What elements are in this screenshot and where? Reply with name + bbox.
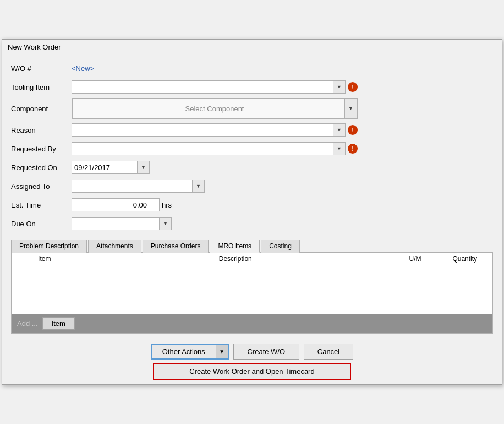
table-row	[12, 265, 492, 278]
est-time-label: Est. Time	[11, 201, 72, 209]
est-time-unit: hrs	[162, 201, 172, 209]
table-footer: Add ... Item	[12, 314, 492, 333]
requested-by-select-wrap: ▼	[72, 142, 346, 155]
component-placeholder: Select Component	[185, 105, 244, 113]
tab-attachments[interactable]: Attachments	[88, 240, 141, 253]
assigned-to-dropdown-btn[interactable]: ▼	[193, 180, 205, 193]
footer-buttons-row: Other Actions ▼ Create W/O Cancel	[11, 344, 493, 360]
dialog-body: W/O # <New> Tooling Item ▼ ! Component S…	[2, 55, 502, 339]
other-actions-dropdown-btn[interactable]: ▼	[216, 344, 229, 360]
requested-on-row: Requested On ▼	[11, 160, 493, 175]
due-on-dropdown-btn[interactable]: ▼	[160, 217, 172, 230]
component-dropdown-arrow: ▼	[344, 99, 357, 118]
assigned-to-label: Assigned To	[11, 182, 72, 191]
due-on-label: Due On	[11, 220, 72, 228]
col-item: Item	[12, 253, 78, 265]
requested-on-wrap: ▼	[72, 161, 150, 174]
tab-costing[interactable]: Costing	[261, 240, 300, 253]
select-component-button[interactable]: Select Component ▼	[72, 98, 358, 119]
due-on-row: Due On ▼	[11, 216, 493, 231]
mro-items-table-body	[12, 265, 492, 314]
component-wrap: Select Component ▼	[72, 98, 358, 119]
requested-by-row: Requested By ▼ !	[11, 141, 493, 156]
est-time-wrap: hrs	[72, 198, 172, 211]
tooling-item-required-icon: !	[348, 82, 358, 92]
reason-label: Reason	[11, 126, 72, 134]
table-row	[12, 278, 492, 290]
assigned-to-input[interactable]	[72, 180, 193, 193]
tab-purchase-orders[interactable]: Purchase Orders	[143, 240, 209, 253]
reason-input[interactable]	[72, 123, 333, 137]
table-row	[12, 302, 492, 314]
wo-value: <New>	[72, 64, 94, 73]
tooling-item-dropdown-btn[interactable]: ▼	[333, 80, 346, 94]
reason-dropdown-btn[interactable]: ▼	[333, 123, 346, 137]
requested-by-wrap: ▼ !	[72, 142, 358, 155]
requested-on-label: Requested On	[11, 164, 72, 172]
add-item-button[interactable]: Item	[42, 317, 75, 330]
reason-select-wrap: ▼	[72, 123, 346, 137]
dialog-title: New Work Order	[2, 40, 502, 55]
mro-items-table: Item Description U/M Quantity	[12, 253, 492, 314]
due-on-wrap: ▼	[72, 217, 172, 230]
tabs-container: Problem Description Attachments Purchase…	[11, 239, 493, 334]
tab-content-mro-items: Item Description U/M Quantity Ad	[11, 253, 493, 334]
dialog-footer: Other Actions ▼ Create W/O Cancel Create…	[2, 339, 502, 384]
reason-required-icon: !	[348, 125, 358, 135]
tooling-item-wrap: ▼ !	[72, 80, 358, 94]
component-row: Component Select Component ▼	[11, 98, 493, 119]
add-label: Add ...	[17, 319, 38, 328]
create-timecard-button[interactable]: Create Work Order and Open Timecard	[153, 363, 351, 380]
requested-by-input[interactable]	[72, 142, 333, 155]
est-time-input[interactable]	[72, 198, 160, 211]
reason-row: Reason ▼ !	[11, 122, 493, 138]
assigned-to-row: Assigned To ▼	[11, 178, 493, 194]
cancel-button[interactable]: Cancel	[304, 344, 353, 360]
requested-by-label: Requested By	[11, 145, 72, 153]
est-time-row: Est. Time hrs	[11, 197, 493, 213]
assigned-to-wrap: ▼	[72, 180, 205, 193]
wo-number-row: W/O # <New>	[11, 61, 493, 76]
col-quantity: Quantity	[437, 253, 492, 265]
tab-problem-description[interactable]: Problem Description	[11, 240, 87, 253]
new-work-order-dialog: New Work Order W/O # <New> Tooling Item …	[2, 39, 502, 385]
tooling-item-input[interactable]	[72, 80, 333, 94]
component-label: Component	[11, 105, 72, 113]
create-wo-button[interactable]: Create W/O	[233, 344, 299, 360]
due-on-input[interactable]	[72, 217, 160, 230]
requested-on-input[interactable]	[72, 161, 138, 174]
requested-by-required-icon: !	[348, 144, 358, 154]
requested-by-dropdown-btn[interactable]: ▼	[333, 142, 346, 155]
col-description: Description	[78, 253, 393, 265]
requested-on-dropdown-btn[interactable]: ▼	[138, 161, 150, 174]
tooling-item-row: Tooling Item ▼ !	[11, 79, 493, 95]
tabs-header: Problem Description Attachments Purchase…	[11, 239, 493, 253]
tooling-item-select-wrap: ▼	[72, 80, 346, 94]
table-row	[12, 290, 492, 302]
col-um: U/M	[393, 253, 437, 265]
tab-mro-items[interactable]: MRO Items	[210, 240, 260, 253]
other-actions-button[interactable]: Other Actions	[151, 344, 217, 360]
wo-label: W/O #	[11, 64, 72, 73]
reason-wrap: ▼ !	[72, 123, 358, 137]
other-actions-wrap: Other Actions ▼	[151, 344, 229, 360]
tooling-item-label: Tooling Item	[11, 83, 72, 91]
